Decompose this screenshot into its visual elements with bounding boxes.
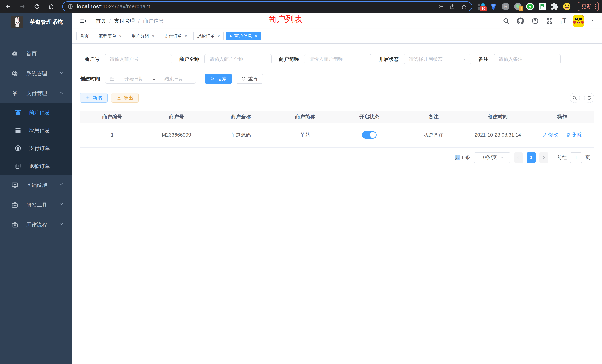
app-title: 芋道管理系统: [30, 19, 63, 26]
toggle-search-button[interactable]: [570, 93, 580, 103]
extension-tabs-icon[interactable]: 10: [477, 2, 485, 11]
refresh-icon: [587, 96, 592, 100]
sidebar-item-dev-tools[interactable]: 研发工具: [0, 195, 72, 215]
tab-item-active[interactable]: 商户信息×: [226, 32, 261, 40]
fullscreen-icon[interactable]: [546, 17, 554, 25]
avatar-caret-down-icon[interactable]: [591, 19, 595, 23]
password-key-icon[interactable]: [438, 3, 444, 10]
chevron-down-icon: [500, 156, 504, 160]
tab-label: 首页: [80, 33, 89, 39]
chrome-update-button[interactable]: 更新: [578, 2, 599, 11]
search-icon[interactable]: [502, 17, 510, 25]
sidebar-item-label: 支付订单: [29, 145, 72, 152]
gear-icon: [11, 70, 19, 77]
address-bar[interactable]: localhost:1024/pay/merchant: [62, 1, 472, 11]
col-full-name: 商户全称: [209, 111, 273, 122]
browser-menu-icon[interactable]: [595, 4, 596, 9]
font-size-icon[interactable]: TT: [560, 17, 566, 25]
merchant-short-name-input[interactable]: [304, 54, 371, 64]
sidebar-item-app-info[interactable]: 应用信息: [0, 121, 72, 139]
page-size-select[interactable]: 10条/页: [474, 152, 510, 163]
extension-y-logo-icon[interactable]: y: [526, 2, 534, 11]
chevron-down-icon: [463, 57, 467, 61]
breadcrumb-current: 商户信息: [143, 17, 164, 24]
col-status: 开启状态: [337, 111, 401, 122]
app-logo[interactable]: 芋道管理系统: [0, 13, 72, 32]
breadcrumb-payment[interactable]: 支付管理: [114, 17, 135, 24]
merchant-no-input[interactable]: [105, 54, 172, 64]
sidebar-fold-icon[interactable]: [79, 17, 87, 25]
tab-close-icon[interactable]: ×: [217, 33, 220, 39]
tab-item[interactable]: 用户分组×: [128, 32, 158, 40]
sidebar-item-system[interactable]: 系统管理: [0, 64, 72, 83]
tab-item[interactable]: 支付订单×: [161, 32, 191, 40]
tab-label: 支付订单: [164, 33, 182, 39]
help-icon[interactable]: [531, 17, 539, 25]
tab-close-icon[interactable]: ×: [185, 33, 187, 39]
extension-recorder-icon[interactable]: 1: [514, 2, 522, 11]
status-label: 开启状态: [379, 56, 399, 63]
refresh-icon: [241, 76, 246, 81]
tab-item[interactable]: 退款订单×: [194, 32, 224, 40]
home-icon[interactable]: [48, 3, 55, 10]
tab-item[interactable]: 首页: [76, 32, 92, 40]
page-number-active[interactable]: 1: [527, 152, 536, 163]
reset-button[interactable]: 重置: [236, 74, 263, 84]
status-select[interactable]: 请选择开启状态: [404, 54, 471, 64]
reload-icon[interactable]: [33, 3, 40, 10]
breadcrumb-home[interactable]: 首页: [96, 17, 106, 24]
date-range-picker[interactable]: 开始日期 - 结束日期: [105, 74, 196, 84]
payment-submenu: 商户信息 应用信息 支付订单: [0, 103, 72, 175]
sidebar-item-workflow[interactable]: 工作流程: [0, 215, 72, 235]
merchant-full-name-input[interactable]: [204, 54, 271, 64]
sidebar-item-home[interactable]: 首页: [0, 44, 72, 64]
delete-link[interactable]: 删除: [566, 131, 582, 138]
back-icon[interactable]: [4, 3, 11, 10]
tab-close-icon[interactable]: ×: [255, 33, 257, 39]
page-annotation: 商户列表: [268, 13, 303, 25]
col-merchant-id: 商户编号: [80, 111, 144, 122]
profile-emoji-icon[interactable]: [563, 2, 571, 11]
yen-circle-icon: [14, 145, 22, 152]
sidebar-item-refund-order[interactable]: 退款订单: [0, 157, 72, 175]
extension-flag-icon[interactable]: [538, 2, 546, 11]
share-icon[interactable]: [450, 3, 455, 10]
chevron-left-icon: [516, 156, 521, 160]
sidebar-item-label: 应用信息: [29, 127, 72, 134]
extensions-puzzle-icon[interactable]: [550, 2, 559, 11]
forward-icon[interactable]: [19, 3, 26, 10]
cell-full-name: 芋道源码: [209, 122, 273, 147]
github-icon[interactable]: [516, 17, 525, 25]
table-toolbar: 新增 导出: [80, 93, 594, 103]
add-button[interactable]: 新增: [80, 93, 108, 103]
page-content: 商户号 商户全称 商户简称 开启状态 请选择开启状态: [72, 43, 602, 364]
sidebar-item-label: 研发工具: [26, 202, 59, 208]
goto-page-input[interactable]: [570, 152, 582, 163]
cell-create-time: 2021-10-23 08:31:14: [466, 122, 530, 147]
documents-icon: [14, 163, 22, 170]
page-unit-label: 页: [585, 154, 590, 161]
tab-close-icon[interactable]: ×: [119, 33, 122, 39]
tab-label: 用户分组: [131, 33, 149, 39]
sidebar-item-pay-order[interactable]: 支付订单: [0, 139, 72, 157]
next-page-button[interactable]: [539, 152, 548, 163]
search-button[interactable]: 搜索: [205, 74, 232, 84]
sidebar-item-merchant-info[interactable]: 商户信息: [0, 103, 72, 121]
edit-link[interactable]: 修改: [542, 131, 558, 138]
status-toggle[interactable]: [362, 131, 377, 139]
extension-cone-icon[interactable]: [489, 2, 497, 11]
sidebar-item-payment[interactable]: ¥ 支付管理: [0, 83, 72, 103]
col-short-name: 商户简称: [273, 111, 337, 122]
export-button[interactable]: 导出: [111, 93, 139, 103]
tab-close-icon[interactable]: ×: [152, 33, 154, 39]
user-avatar[interactable]: [573, 15, 584, 27]
bookmark-star-icon[interactable]: [461, 3, 467, 10]
prev-page-button[interactable]: [514, 152, 523, 163]
refresh-table-button[interactable]: [584, 93, 594, 103]
extension-command-icon[interactable]: ⌘: [502, 2, 510, 11]
remark-input[interactable]: [494, 54, 561, 64]
tab-item[interactable]: 流程表单×: [95, 32, 125, 40]
page-info-icon[interactable]: [68, 4, 73, 9]
update-label: 更新: [581, 3, 592, 10]
sidebar-item-infra[interactable]: 基础设施: [0, 175, 72, 195]
